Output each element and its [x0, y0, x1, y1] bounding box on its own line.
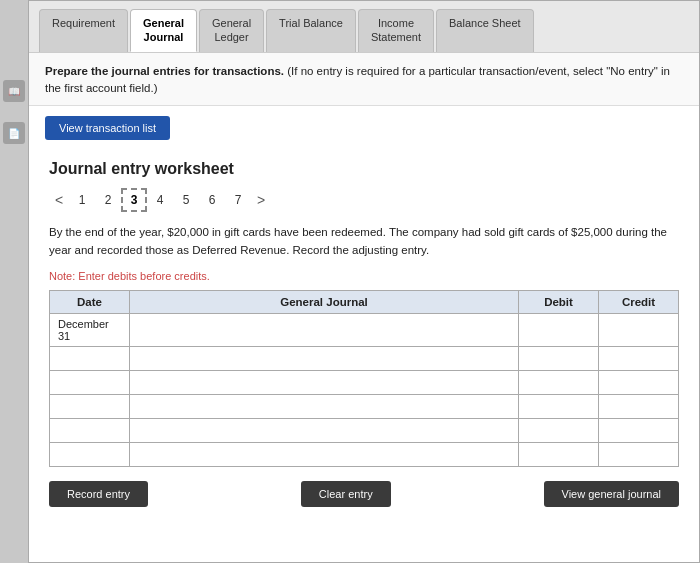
- worksheet-title: Journal entry worksheet: [49, 160, 679, 178]
- bottom-buttons: Record entry Clear entry View general jo…: [49, 481, 679, 507]
- worksheet-area: Journal entry worksheet < 1 2 3 4 5 6 7 …: [29, 150, 699, 523]
- journal-table: Date General Journal Debit Credit Decemb…: [49, 290, 679, 467]
- credit-input-6[interactable]: [599, 442, 679, 466]
- doc-icon[interactable]: 📄: [3, 122, 25, 144]
- date-cell-1: December31: [50, 313, 130, 346]
- next-page-button[interactable]: >: [251, 188, 271, 212]
- entry-description: By the end of the year, $20,000 in gift …: [49, 224, 679, 260]
- date-cell-5: [50, 418, 130, 442]
- desc-input-5[interactable]: [130, 418, 519, 442]
- main-content: Requirement GeneralJournal GeneralLedger…: [28, 0, 700, 563]
- tab-trial-balance[interactable]: Trial Balance: [266, 9, 356, 52]
- table-row: [50, 346, 679, 370]
- tab-income-statement[interactable]: IncomeStatement: [358, 9, 434, 52]
- instructions-text: Prepare the journal entries for transact…: [45, 65, 670, 94]
- credit-input-4[interactable]: [599, 394, 679, 418]
- debit-input-6[interactable]: [519, 442, 599, 466]
- desc-input-4[interactable]: [130, 394, 519, 418]
- view-transaction-list-button[interactable]: View transaction list: [45, 116, 170, 140]
- desc-input-3[interactable]: [130, 370, 519, 394]
- tab-general-journal[interactable]: GeneralJournal: [130, 9, 197, 52]
- credit-input-1[interactable]: [599, 313, 679, 346]
- desc-input-2[interactable]: [130, 346, 519, 370]
- credit-input-2[interactable]: [599, 346, 679, 370]
- col-header-debit: Debit: [519, 290, 599, 313]
- left-sidebar: 📖 📄: [0, 0, 28, 563]
- debit-input-2[interactable]: [519, 346, 599, 370]
- debit-input-4[interactable]: [519, 394, 599, 418]
- date-cell-3: [50, 370, 130, 394]
- desc-input-6[interactable]: [130, 442, 519, 466]
- note-text: Note: Enter debits before credits.: [49, 270, 679, 282]
- clear-entry-button[interactable]: Clear entry: [301, 481, 391, 507]
- col-header-general-journal: General Journal: [130, 290, 519, 313]
- page-2[interactable]: 2: [95, 188, 121, 212]
- page-6[interactable]: 6: [199, 188, 225, 212]
- page-4[interactable]: 4: [147, 188, 173, 212]
- col-header-date: Date: [50, 290, 130, 313]
- date-cell-4: [50, 394, 130, 418]
- desc-input-1[interactable]: [130, 313, 519, 346]
- table-row: December31: [50, 313, 679, 346]
- table-row: [50, 394, 679, 418]
- tab-requirement[interactable]: Requirement: [39, 9, 128, 52]
- debit-input-3[interactable]: [519, 370, 599, 394]
- tab-general-ledger[interactable]: GeneralLedger: [199, 9, 264, 52]
- debit-input-5[interactable]: [519, 418, 599, 442]
- pagination: < 1 2 3 4 5 6 7 >: [49, 188, 679, 212]
- page-3-active[interactable]: 3: [121, 188, 147, 212]
- page-7[interactable]: 7: [225, 188, 251, 212]
- credit-input-5[interactable]: [599, 418, 679, 442]
- tabs-row: Requirement GeneralJournal GeneralLedger…: [29, 1, 699, 53]
- date-cell-2: [50, 346, 130, 370]
- app-container: 📖 📄 Requirement GeneralJournal GeneralLe…: [0, 0, 700, 563]
- table-row: [50, 418, 679, 442]
- page-1[interactable]: 1: [69, 188, 95, 212]
- tab-balance-sheet[interactable]: Balance Sheet: [436, 9, 534, 52]
- page-5[interactable]: 5: [173, 188, 199, 212]
- prev-page-button[interactable]: <: [49, 188, 69, 212]
- date-cell-6: [50, 442, 130, 466]
- instructions-area: Prepare the journal entries for transact…: [29, 53, 699, 107]
- credit-input-3[interactable]: [599, 370, 679, 394]
- col-header-credit: Credit: [599, 290, 679, 313]
- table-row: [50, 442, 679, 466]
- debit-input-1[interactable]: [519, 313, 599, 346]
- record-entry-button[interactable]: Record entry: [49, 481, 148, 507]
- view-general-journal-button[interactable]: View general journal: [544, 481, 679, 507]
- table-row: [50, 370, 679, 394]
- book-icon[interactable]: 📖: [3, 80, 25, 102]
